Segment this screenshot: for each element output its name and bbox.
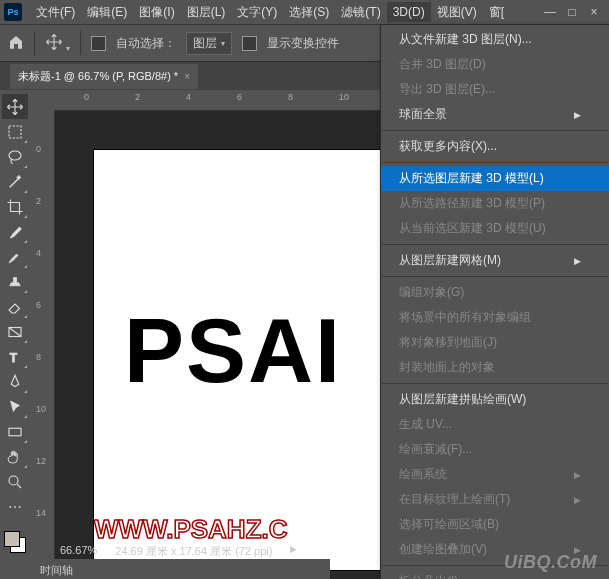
ruler-tick: 10: [337, 90, 351, 110]
chevron-down-icon: ▾: [221, 39, 225, 48]
menu-3d-paint-falloff[interactable]: 绘画衰减(F)...: [381, 437, 609, 462]
brush-tool[interactable]: [2, 244, 28, 269]
gradient-tool[interactable]: [2, 319, 28, 344]
svg-rect-0: [9, 126, 21, 138]
ruler-tick: 0: [34, 142, 54, 156]
menu-3d-export-layer[interactable]: 导出 3D 图层(E)...: [381, 77, 609, 102]
canvas-dimensions: 24.69 厘米 x 17.64 厘米 (72 ppi): [115, 544, 272, 559]
menu-3d-new-from-path[interactable]: 从所选路径新建 3D 模型(P): [381, 191, 609, 216]
zoom-tool[interactable]: [2, 469, 28, 494]
close-button[interactable]: ×: [583, 2, 605, 22]
move-tool-icon[interactable]: ▾: [45, 33, 70, 54]
canvas-info: 66.67% 24.69 厘米 x 17.64 厘米 (72 ppi) ▶: [60, 544, 297, 559]
ruler-tick: 2: [133, 90, 142, 110]
menu-file[interactable]: 文件(F): [30, 1, 81, 24]
ruler-origin: [34, 90, 55, 111]
menu-3d-spherical-panorama[interactable]: 球面全景▶: [381, 102, 609, 127]
menu-separator: [382, 130, 608, 131]
crop-tool[interactable]: [2, 194, 28, 219]
ruler-tick: 4: [184, 90, 193, 110]
menu-layer[interactable]: 图层(L): [181, 1, 232, 24]
menu-3d-paint-on-target[interactable]: 在目标纹理上绘画(T)▶: [381, 487, 609, 512]
divider: [80, 31, 81, 55]
edit-toolbar[interactable]: ⋯: [2, 494, 28, 519]
menu-image[interactable]: 图像(I): [133, 1, 180, 24]
document-tab[interactable]: 未标题-1 @ 66.7% (P, RGB/8#) * ×: [10, 64, 198, 89]
minimize-button[interactable]: —: [539, 2, 561, 22]
menu-3d-new-mesh-from-layer[interactable]: 从图层新建网格(M)▶: [381, 248, 609, 273]
menu-type[interactable]: 文字(Y): [231, 1, 283, 24]
svg-rect-4: [9, 428, 21, 436]
menu-separator: [382, 244, 608, 245]
menu-edit[interactable]: 编辑(E): [81, 1, 133, 24]
svg-point-1: [9, 151, 21, 160]
tools-panel: T ⋯: [0, 90, 34, 579]
path-select-tool[interactable]: [2, 394, 28, 419]
menu-3d-move-to-ground[interactable]: 将对象移到地面(J): [381, 330, 609, 355]
auto-select-checkbox[interactable]: [91, 36, 106, 51]
menu-separator: [382, 383, 608, 384]
ruler-vertical[interactable]: 0 2 4 6 8 10 12 14 16: [34, 110, 55, 579]
svg-point-5: [9, 476, 18, 485]
ruler-tick: 6: [235, 90, 244, 110]
ruler-tick: 8: [286, 90, 295, 110]
lasso-tool[interactable]: [2, 144, 28, 169]
menu-filter[interactable]: 滤镜(T): [335, 1, 386, 24]
ruler-tick: 2: [34, 194, 54, 208]
zoom-value[interactable]: 66.67%: [60, 544, 97, 559]
home-icon[interactable]: [8, 34, 24, 53]
menu-3d-get-more-content[interactable]: 获取更多内容(X)...: [381, 134, 609, 159]
watermark: UiBQ.CoM: [504, 552, 597, 573]
auto-select-dropdown[interactable]: 图层 ▾: [186, 32, 232, 55]
show-transform-checkbox[interactable]: [242, 36, 257, 51]
window-controls: — □ ×: [539, 2, 605, 22]
menu-3d-new-tiled-painting[interactable]: 从图层新建拼贴绘画(W): [381, 387, 609, 412]
type-tool[interactable]: T: [2, 344, 28, 369]
foreground-background-swatch[interactable]: [4, 531, 26, 553]
ruler-tick: 4: [34, 246, 54, 260]
menu-window[interactable]: 窗[: [483, 1, 510, 24]
menu-3d-paint-system[interactable]: 绘画系统▶: [381, 462, 609, 487]
marquee-tool[interactable]: [2, 119, 28, 144]
canvas-url-text: WWW.PSAHZ.C: [94, 514, 414, 545]
foreground-color[interactable]: [4, 531, 20, 547]
document-canvas[interactable]: PSAI WWW.PSAHZ.C: [94, 150, 414, 570]
ruler-tick: 0: [82, 90, 91, 110]
menu-3d-group-all[interactable]: 将场景中的所有对象编组: [381, 305, 609, 330]
ruler-tick: 10: [34, 402, 54, 416]
menu-3d-generate-uv[interactable]: 生成 UV...: [381, 412, 609, 437]
magic-wand-tool[interactable]: [2, 169, 28, 194]
timeline-panel-label[interactable]: 时间轴: [40, 563, 73, 578]
menu-3d-dropdown: 从文件新建 3D 图层(N)... 合并 3D 图层(D) 导出 3D 图层(E…: [380, 24, 609, 579]
ruler-tick: 8: [34, 350, 54, 364]
eyedropper-tool[interactable]: [2, 219, 28, 244]
document-tab-title: 未标题-1 @ 66.7% (P, RGB/8#) *: [18, 69, 178, 84]
close-tab-icon[interactable]: ×: [184, 71, 190, 82]
menu-3d-select-paintable[interactable]: 选择可绘画区域(B): [381, 512, 609, 537]
menu-3d[interactable]: 3D(D): [387, 2, 431, 22]
color-swatch-area: [0, 527, 30, 579]
pen-tool[interactable]: [2, 369, 28, 394]
auto-select-value: 图层: [193, 35, 217, 52]
menu-3d-new-layer-from-file[interactable]: 从文件新建 3D 图层(N)...: [381, 27, 609, 52]
hand-tool[interactable]: [2, 444, 28, 469]
eraser-tool[interactable]: [2, 294, 28, 319]
menu-3d-new-from-selection[interactable]: 从当前选区新建 3D 模型(U): [381, 216, 609, 241]
rectangle-tool[interactable]: [2, 419, 28, 444]
move-tool[interactable]: [2, 94, 28, 119]
app-logo: Ps: [4, 3, 22, 21]
clone-stamp-tool[interactable]: [2, 269, 28, 294]
menu-view[interactable]: 视图(V): [431, 1, 483, 24]
menu-separator: [382, 162, 608, 163]
menu-3d-group-objects[interactable]: 编组对象(G): [381, 280, 609, 305]
menu-3d-new-from-layer[interactable]: 从所选图层新建 3D 模型(L): [381, 166, 609, 191]
canvas-main-text: PSAI: [124, 300, 342, 403]
maximize-button[interactable]: □: [561, 2, 583, 22]
ruler-tick: 12: [34, 454, 54, 468]
menu-select[interactable]: 选择(S): [283, 1, 335, 24]
ruler-tick: 14: [34, 506, 54, 520]
svg-text:T: T: [10, 350, 18, 364]
ruler-tick: 6: [34, 298, 54, 312]
menu-3d-pack-on-ground[interactable]: 封装地面上的对象: [381, 355, 609, 380]
menu-3d-merge-layers[interactable]: 合并 3D 图层(D): [381, 52, 609, 77]
